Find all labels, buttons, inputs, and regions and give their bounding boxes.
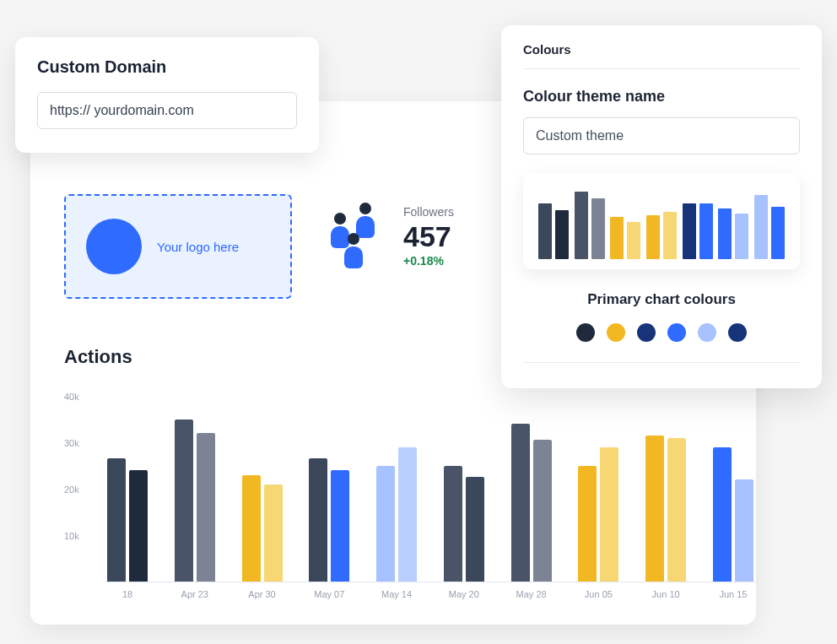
- x-axis-label: 18: [105, 589, 150, 599]
- colour-swatch[interactable]: [698, 323, 716, 342]
- preview-bar: [575, 192, 588, 259]
- preview-bar: [683, 203, 696, 259]
- colour-swatch[interactable]: [637, 323, 656, 342]
- bar: [197, 433, 215, 582]
- x-axis-label: May 20: [441, 589, 487, 599]
- colour-swatch[interactable]: [607, 323, 625, 342]
- preview-bar: [555, 210, 569, 259]
- x-axis-label: May 28: [509, 589, 554, 599]
- preview-bar: [754, 195, 768, 259]
- preview-bar: [538, 203, 552, 259]
- bar: [309, 458, 327, 582]
- bar: [511, 424, 530, 582]
- preview-bar-group: [683, 203, 713, 259]
- preview-bar-group: [754, 195, 785, 259]
- bar: [444, 466, 462, 582]
- bar: [600, 447, 618, 582]
- bar: [175, 419, 193, 582]
- primary-colours-title: Primary chart colours: [523, 291, 800, 308]
- preview-bar: [646, 215, 660, 259]
- preview-bar: [699, 203, 713, 259]
- bar-group: [643, 436, 688, 582]
- preview-bar: [663, 212, 677, 259]
- colour-theme-label: Colour theme name: [523, 88, 800, 106]
- followers-label: Followers: [403, 205, 454, 219]
- bar: [578, 466, 597, 582]
- preview-bar-group: [575, 192, 605, 259]
- x-axis-label: May 07: [306, 589, 352, 599]
- preview-bar: [735, 214, 748, 259]
- actions-chart: 10k20k30k40k 18Apr 23Apr 30May 07May 14M…: [64, 397, 756, 616]
- x-axis-label: Apr 30: [240, 589, 285, 599]
- followers-widget: Followers 457 +0.18%: [326, 203, 454, 270]
- logo-placeholder-text: Your logo here: [157, 240, 239, 254]
- bar: [533, 440, 552, 582]
- x-axis-label: Apr 23: [172, 589, 218, 599]
- custom-domain-card: Custom Domain: [15, 37, 319, 153]
- bar-group: [509, 424, 554, 582]
- bar-group: [240, 475, 285, 582]
- colours-panel: Colours Colour theme name Primary chart …: [501, 25, 822, 388]
- bar: [107, 458, 126, 582]
- colour-swatch[interactable]: [728, 323, 747, 342]
- x-axis-label: May 14: [374, 589, 419, 599]
- bar: [466, 477, 484, 582]
- followers-icon: [326, 203, 385, 270]
- colour-swatch[interactable]: [576, 323, 595, 342]
- followers-count: 457: [403, 220, 454, 253]
- colour-swatch[interactable]: [667, 323, 686, 342]
- bar: [645, 436, 664, 582]
- preview-bar-group: [538, 203, 569, 259]
- bar-group: [172, 419, 218, 582]
- bar: [713, 447, 732, 582]
- colour-theme-input[interactable]: [523, 117, 800, 154]
- bar: [242, 475, 261, 582]
- x-axis-label: Jun 05: [575, 589, 621, 599]
- preview-bar-group: [610, 217, 640, 259]
- bar: [398, 447, 417, 582]
- bar: [735, 479, 753, 582]
- y-axis-tick: 40k: [64, 392, 79, 402]
- bar-group: [306, 458, 352, 582]
- preview-bar: [771, 207, 785, 259]
- preview-bar-group: [718, 208, 748, 259]
- followers-delta: +0.18%: [403, 254, 454, 268]
- bar: [667, 438, 686, 582]
- bar-group: [441, 466, 487, 582]
- bar: [331, 470, 349, 582]
- preview-bar: [610, 217, 624, 259]
- colours-panel-title: Colours: [523, 42, 800, 69]
- y-axis-tick: 10k: [64, 531, 79, 541]
- bar-group: [105, 458, 150, 582]
- preview-bar: [591, 198, 605, 259]
- x-axis-label: Jun 10: [643, 589, 688, 599]
- logo-dropzone[interactable]: Your logo here: [64, 194, 292, 299]
- bar-group: [710, 447, 756, 582]
- custom-domain-title: Custom Domain: [37, 57, 297, 77]
- colour-preview-card: [523, 173, 800, 269]
- bar-group: [575, 447, 621, 582]
- preview-bar: [627, 222, 640, 259]
- x-axis-label: Jun 15: [710, 589, 756, 599]
- preview-bar: [718, 208, 732, 259]
- logo-placeholder-circle: [86, 219, 142, 274]
- actions-chart-title: Actions: [64, 346, 132, 368]
- y-axis-tick: 20k: [64, 484, 79, 495]
- bar-group: [374, 447, 419, 582]
- bar: [129, 470, 148, 582]
- bar: [264, 484, 283, 582]
- bar: [376, 466, 395, 582]
- custom-domain-input[interactable]: [37, 92, 297, 129]
- preview-bar-group: [646, 212, 677, 259]
- y-axis-tick: 30k: [64, 438, 79, 448]
